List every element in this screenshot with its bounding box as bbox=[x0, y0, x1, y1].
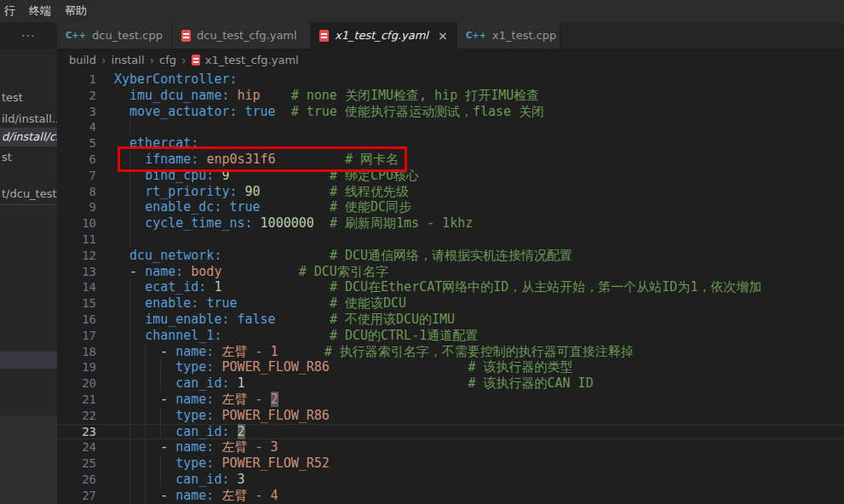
line-number[interactable]: 18 bbox=[57, 344, 96, 360]
sidebar-item[interactable]: test bbox=[0, 89, 57, 107]
chevron-right-icon: › bbox=[150, 54, 155, 67]
indent-guide bbox=[129, 375, 130, 392]
code-line[interactable]: 19 type: POWER_FLOW_R86 # 该执行器的类型 bbox=[57, 359, 844, 375]
code-line[interactable]: 16 imu_enable: false # 不使用该DCU的IMU bbox=[57, 312, 844, 328]
code-line[interactable]: 4 bbox=[57, 119, 844, 135]
line-number[interactable]: 3 bbox=[57, 104, 96, 120]
code-line[interactable]: 14 ecat_id: 1 # DCU在EtherCAT网络中的ID，从主站开始… bbox=[57, 279, 844, 295]
indent-guide bbox=[129, 408, 130, 424]
code-line[interactable]: 11 bbox=[57, 232, 844, 248]
code-line[interactable]: 27 - name: 左臂 - 4 bbox=[57, 488, 844, 504]
code-line[interactable]: 25 type: POWER_FLOW_R52 bbox=[57, 455, 844, 472]
line-number[interactable]: 22 bbox=[57, 408, 96, 424]
line-number[interactable]: 6 bbox=[57, 152, 96, 168]
line-number[interactable]: 1 bbox=[57, 72, 96, 88]
indent-guide bbox=[129, 392, 130, 408]
code-line[interactable]: 18 - name: 左臂 - 1 # 执行器索引名字，不需要控制的执行器可直接… bbox=[57, 344, 844, 360]
code-line[interactable]: 12 dcu_network: # DCU通信网络，请根据实机连接情况配置 bbox=[57, 248, 844, 264]
code-line[interactable]: 22 type: POWER_FLOW_R86 bbox=[57, 408, 844, 424]
tab-label: dcu_test.cpp bbox=[92, 29, 163, 42]
line-number[interactable]: 21 bbox=[57, 392, 96, 408]
tab-overflow-button[interactable]: ··· bbox=[0, 22, 57, 49]
line-number[interactable]: 23 bbox=[57, 424, 96, 440]
editor-group: build › install › cfg › x1_test_cfg.yaml… bbox=[57, 49, 844, 504]
indent-guide bbox=[129, 152, 130, 168]
breadcrumb-segment[interactable]: install bbox=[112, 54, 145, 66]
sidebar-bottom-panel bbox=[0, 415, 57, 504]
code-line[interactable]: 5 ethercat: bbox=[57, 135, 844, 152]
breadcrumb-file[interactable]: x1_test_cfg.yaml bbox=[205, 54, 299, 66]
line-number[interactable]: 4 bbox=[57, 119, 96, 135]
code-line[interactable]: 2 imu_dcu_name: hip # none 关闭IMU检查, hip … bbox=[57, 88, 844, 104]
line-number[interactable]: 17 bbox=[57, 328, 96, 344]
code-line[interactable]: 3 move_actuator: true # true 使能执行器运动测试，f… bbox=[57, 104, 844, 120]
code-line[interactable]: 24 - name: 左臂 - 3 bbox=[57, 439, 844, 455]
indent-guide bbox=[129, 199, 130, 215]
line-number[interactable]: 12 bbox=[57, 248, 96, 264]
line-number[interactable]: 25 bbox=[57, 455, 96, 472]
indent-guide bbox=[129, 232, 130, 248]
code-line[interactable]: 21 - name: 左臂 - 2 bbox=[57, 392, 844, 408]
indent-guide bbox=[129, 279, 130, 295]
line-number[interactable]: 10 bbox=[57, 215, 96, 232]
code-line[interactable]: 20 can_id: 1 # 该执行器的CAN ID bbox=[57, 375, 844, 392]
breadcrumb: build › install › cfg › x1_test_cfg.yaml bbox=[57, 49, 844, 72]
line-number[interactable]: 14 bbox=[57, 279, 96, 295]
sidebar-highlighted-row[interactable] bbox=[0, 352, 57, 369]
code-line[interactable]: 17 channel_1: # DCU的CTRL-1通道配置 bbox=[57, 328, 844, 344]
menu-item-help[interactable]: 帮助 bbox=[65, 3, 87, 19]
line-number[interactable]: 20 bbox=[57, 375, 96, 392]
line-number[interactable]: 19 bbox=[57, 359, 96, 375]
tab-dcu-test-cpp[interactable]: C++ dcu_test.cpp bbox=[57, 22, 173, 49]
cpp-file-icon: C++ bbox=[466, 31, 486, 40]
menu-item-run[interactable]: 行 bbox=[4, 3, 15, 19]
line-number[interactable]: 8 bbox=[57, 184, 96, 200]
line-number[interactable]: 11 bbox=[57, 232, 96, 248]
line-number[interactable]: 26 bbox=[57, 472, 96, 488]
code-line[interactable]: 26 can_id: 3 bbox=[57, 472, 844, 488]
indent-guide bbox=[129, 359, 130, 375]
tab-dcu-test-cfg-yaml[interactable]: dcu_test_cfg.yaml bbox=[173, 22, 311, 49]
sidebar-item[interactable]: st bbox=[0, 148, 57, 167]
code-line[interactable]: 1XyberController: bbox=[57, 72, 844, 88]
line-number[interactable]: 13 bbox=[57, 264, 96, 280]
tab-x1-test-cfg-yaml-active[interactable]: x1_test_cfg.yaml × bbox=[311, 22, 457, 49]
line-number[interactable]: 16 bbox=[57, 312, 96, 328]
indent-guide bbox=[129, 424, 130, 440]
breadcrumb-segment[interactable]: cfg bbox=[159, 54, 176, 66]
close-tab-icon[interactable]: × bbox=[438, 29, 448, 43]
line-number[interactable]: 9 bbox=[57, 199, 96, 215]
code-line[interactable]: 9 enable_dc: true # 使能DC同步 bbox=[57, 199, 844, 215]
line-number[interactable]: 15 bbox=[57, 295, 96, 312]
indent-guide bbox=[160, 408, 161, 424]
yaml-file-icon bbox=[192, 54, 200, 66]
code-line[interactable]: 13 - name: body # DCU索引名字 bbox=[57, 264, 844, 280]
yaml-file-icon bbox=[319, 30, 329, 42]
indent-guide bbox=[160, 424, 161, 440]
line-number[interactable]: 5 bbox=[57, 135, 96, 152]
code-line[interactable]: 6 ifname: enp0s31f6 # 网卡名 bbox=[57, 152, 844, 168]
line-number[interactable]: 7 bbox=[57, 168, 96, 184]
indent-guide bbox=[129, 488, 130, 504]
code-line[interactable]: 10 cycle_time_ns: 1000000 # 刷新周期1ms - 1k… bbox=[57, 215, 844, 232]
line-number[interactable]: 2 bbox=[57, 88, 96, 104]
indent-guide bbox=[129, 328, 130, 344]
indent-guide bbox=[129, 295, 130, 312]
indent-guide bbox=[145, 472, 146, 488]
sidebar-item-selected[interactable]: d/install/cfg bbox=[0, 128, 57, 146]
code-line[interactable]: 7 bind_cpu: 9 # 绑定CPU核心 bbox=[57, 168, 844, 184]
line-number[interactable]: 27 bbox=[57, 488, 96, 504]
yaml-file-icon bbox=[181, 30, 191, 42]
editor-lines[interactable]: 1XyberController:2 imu_dcu_name: hip # n… bbox=[57, 72, 844, 504]
code-line[interactable]: 23 can_id: 2 bbox=[57, 424, 844, 440]
tab-x1-test-cpp[interactable]: C++ x1_test.cpp bbox=[457, 22, 560, 49]
code-line[interactable]: 8 rt_priority: 90 # 线程优先级 bbox=[57, 184, 844, 200]
menu-item-terminal[interactable]: 终端 bbox=[29, 3, 51, 19]
indent-guide bbox=[160, 472, 161, 488]
indent-guide bbox=[129, 215, 130, 232]
sidebar-item[interactable]: t/dcu_test... bbox=[0, 185, 57, 203]
sidebar-item[interactable]: ild/install... bbox=[0, 110, 57, 129]
breadcrumb-segment[interactable]: build bbox=[69, 54, 96, 66]
code-line[interactable]: 15 enable: true # 使能该DCU bbox=[57, 295, 844, 312]
line-number[interactable]: 24 bbox=[57, 439, 96, 455]
